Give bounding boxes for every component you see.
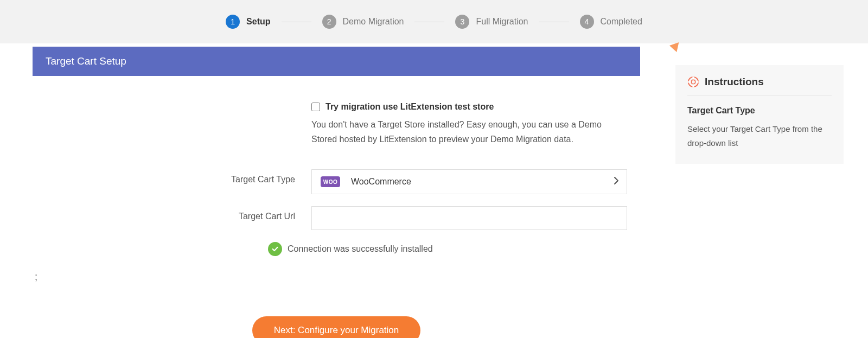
form-area: Try migration use LitExtension test stor…	[33, 76, 640, 264]
step-num-3: 3	[455, 15, 469, 29]
next-configure-button[interactable]: Next: Configure your Migration	[252, 316, 421, 338]
svg-rect-3	[692, 85, 694, 87]
step-setup[interactable]: 1 Setup	[226, 15, 270, 29]
step-completed[interactable]: 4 Completed	[580, 15, 642, 29]
connection-status-text: Connection was successfully installed	[288, 244, 433, 254]
step-label-2: Demo Migration	[343, 17, 404, 27]
svg-rect-5	[696, 81, 699, 82]
section-header: Target Cart Setup	[33, 47, 640, 76]
step-num-1: 1	[226, 15, 240, 29]
stray-text: ;	[35, 271, 640, 283]
chevron-right-icon	[614, 176, 619, 187]
instructions-panel: Instructions Target Cart Type Select you…	[675, 65, 844, 164]
connection-status: Connection was successfully installed	[268, 242, 627, 256]
instructions-subtitle: Target Cart Type	[687, 106, 832, 116]
step-label-3: Full Migration	[476, 17, 528, 27]
target-cart-type-value: WooCommerce	[351, 177, 411, 187]
svg-rect-4	[688, 81, 691, 82]
svg-point-1	[691, 80, 695, 84]
step-label-4: Completed	[601, 17, 642, 27]
step-num-4: 4	[580, 15, 594, 29]
try-test-store-label[interactable]: Try migration use LitExtension test stor…	[326, 102, 494, 112]
woocommerce-logo-icon: WOO	[321, 176, 340, 187]
lifering-icon	[687, 76, 699, 88]
target-cart-url-label: Target Cart Url	[46, 206, 311, 221]
step-divider	[414, 22, 444, 22]
stepper-bar: 1 Setup 2 Demo Migration 3 Full Migratio…	[0, 0, 868, 43]
step-demo-migration[interactable]: 2 Demo Migration	[322, 15, 404, 29]
target-cart-type-label: Target Cart Type	[46, 169, 311, 184]
step-label-1: Setup	[246, 17, 270, 27]
svg-rect-2	[692, 76, 694, 79]
step-divider	[539, 22, 569, 22]
step-divider	[282, 22, 311, 22]
try-test-store-checkbox[interactable]	[311, 103, 320, 111]
step-num-2: 2	[322, 15, 336, 29]
step-full-migration[interactable]: 3 Full Migration	[455, 15, 528, 29]
instructions-text: Select your Target Cart Type from the dr…	[687, 122, 832, 150]
target-cart-type-dropdown[interactable]: WOO WooCommerce	[311, 169, 627, 194]
check-circle-icon	[268, 242, 282, 256]
try-test-store-description: You don't have a Target Store installed?…	[311, 117, 627, 146]
target-cart-url-input[interactable]	[311, 206, 627, 230]
instructions-title: Instructions	[705, 76, 764, 88]
